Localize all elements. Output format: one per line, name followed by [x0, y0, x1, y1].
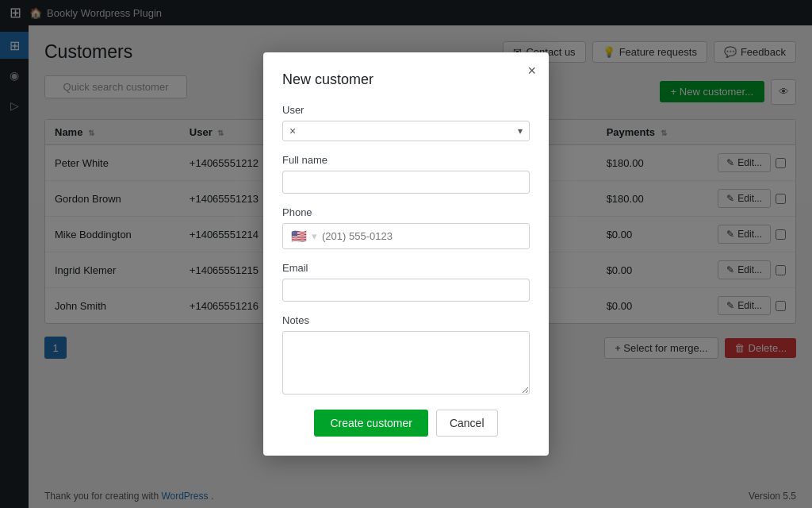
- new-customer-modal: New customer × User × ▾ Full name Phone …: [263, 52, 549, 456]
- phone-input[interactable]: [322, 230, 521, 242]
- email-input[interactable]: [282, 279, 530, 302]
- modal-close-button[interactable]: ×: [527, 64, 536, 78]
- modal-footer: Create customer Cancel: [282, 410, 530, 437]
- user-dropdown-arrow: ▾: [518, 125, 523, 137]
- fullname-input[interactable]: [282, 171, 530, 194]
- user-label: User: [282, 104, 530, 116]
- notes-label: Notes: [282, 314, 530, 326]
- fullname-field-group: Full name: [282, 154, 530, 194]
- phone-field: 🇺🇸 ▾: [282, 223, 530, 249]
- fullname-label: Full name: [282, 154, 530, 166]
- phone-label: Phone: [282, 206, 530, 218]
- modal-overlay[interactable]: New customer × User × ▾ Full name Phone …: [0, 0, 812, 508]
- notes-input[interactable]: [282, 331, 530, 394]
- phone-country-separator: ▾: [312, 230, 317, 242]
- notes-field-group: Notes: [282, 314, 530, 397]
- user-field-group: User × ▾: [282, 104, 530, 141]
- modal-title: New customer: [282, 71, 530, 88]
- create-customer-button[interactable]: Create customer: [314, 410, 427, 437]
- phone-field-group: Phone 🇺🇸 ▾: [282, 206, 530, 249]
- user-select[interactable]: × ▾: [282, 121, 530, 141]
- email-label: Email: [282, 262, 530, 274]
- flag-icon[interactable]: 🇺🇸: [291, 229, 307, 244]
- user-clear-icon[interactable]: ×: [289, 125, 296, 137]
- cancel-button[interactable]: Cancel: [436, 410, 498, 437]
- email-field-group: Email: [282, 262, 530, 302]
